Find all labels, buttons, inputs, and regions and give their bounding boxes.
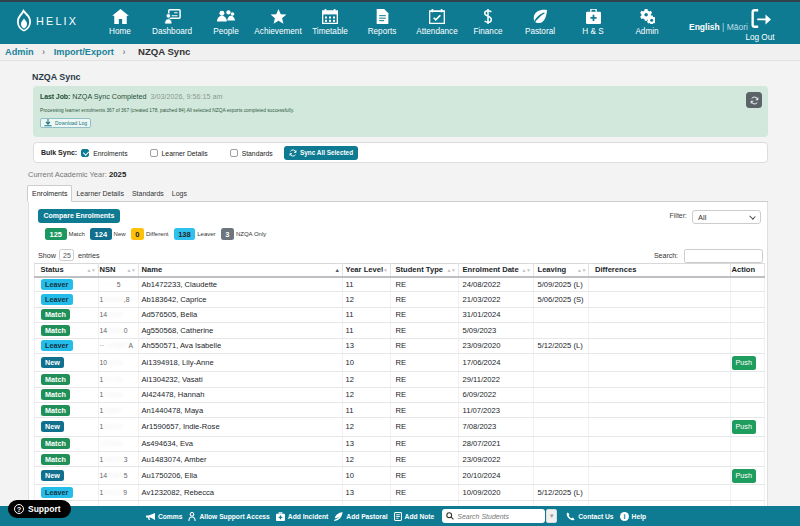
svg-text:i: i (623, 512, 625, 521)
